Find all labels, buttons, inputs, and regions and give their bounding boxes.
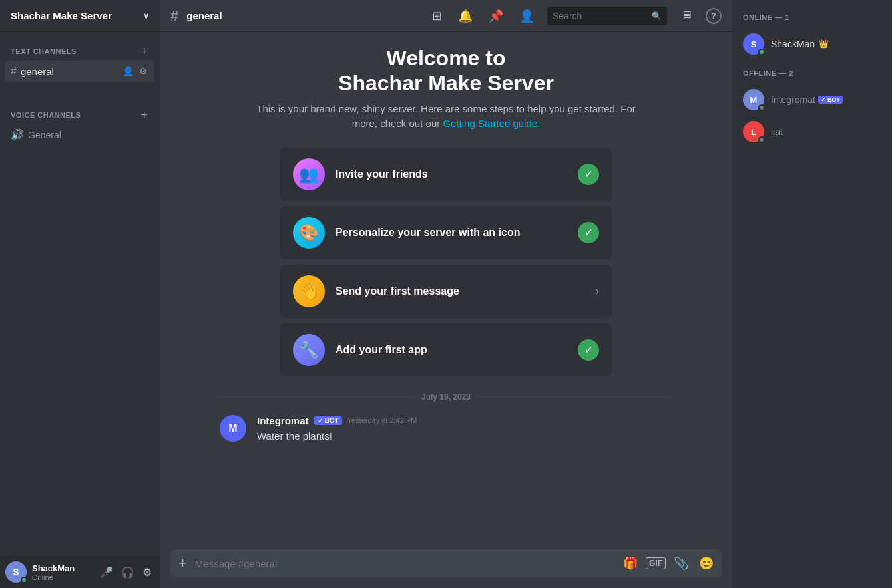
- server-header[interactable]: Shachar Make Server ∨: [0, 0, 160, 32]
- voice-channels-header[interactable]: VOICE CHANNELS +: [5, 106, 154, 124]
- voice-channels-section: VOICE CHANNELS + 🔊 General: [0, 96, 160, 148]
- voice-channels-label: VOICE CHANNELS: [11, 111, 81, 119]
- member-item-shackman[interactable]: S ShackMan 👑: [738, 29, 887, 59]
- invite-check-icon: ✓: [578, 164, 599, 185]
- messages-area: July 19, 2023 M Integromat ✓ BOT Yesterd…: [220, 392, 672, 452]
- member-name-area-integromat: Integromat ✓ BOT: [771, 94, 843, 105]
- gif-button[interactable]: GIF: [646, 557, 666, 569]
- top-bar-actions: ⊞ 🔔 📌 👤 Search 🔍 🖥 ?: [429, 6, 722, 26]
- voice-channel-general[interactable]: 🔊 General: [5, 124, 154, 145]
- server-name: Shachar Make Server: [11, 10, 112, 21]
- welcome-description: This is your brand new, shiny server. He…: [246, 102, 646, 132]
- gift-button[interactable]: 🎁: [620, 553, 640, 573]
- checklist: 👥 Invite your friends ✓ 🎨 Personalize yo…: [280, 148, 612, 376]
- message-input[interactable]: [195, 550, 615, 577]
- message-avatar: M: [220, 415, 246, 442]
- user-panel: S ShackMan Online 🎤 🎧 ⚙: [0, 556, 160, 588]
- welcome-title: Welcome to Shachar Make Server: [246, 45, 646, 96]
- member-name-area: ShackMan 👑: [771, 39, 829, 49]
- crown-icon: 👑: [819, 39, 829, 49]
- channel-name-general: general: [21, 66, 121, 77]
- message-input-actions: 🎁 GIF 📎 😊: [620, 553, 716, 573]
- online-status-dot: [758, 49, 765, 55]
- message-author: Integromat: [257, 415, 309, 426]
- channel-item-general[interactable]: # general 👤 ⚙: [5, 61, 154, 82]
- welcome-section: Welcome to Shachar Make Server This is y…: [246, 45, 646, 132]
- message-input-area: + 🎁 GIF 📎 😊: [160, 549, 732, 588]
- search-placeholder: Search: [553, 11, 649, 21]
- app-icon: 🔧: [293, 334, 325, 366]
- text-channels-label: TEXT CHANNELS: [11, 47, 77, 55]
- main-content: # general ⊞ 🔔 📌 👤 Search 🔍 🖥 ? Welcome t…: [160, 0, 732, 588]
- checklist-label-invite: Invite your friends: [335, 168, 567, 180]
- user-status-indicator: [21, 577, 27, 583]
- user-avatar: S: [5, 561, 27, 583]
- search-bar[interactable]: Search 🔍: [547, 7, 667, 25]
- personalize-icon: 🎨: [293, 217, 325, 249]
- message-arrow-icon: ›: [595, 284, 599, 298]
- pin-button[interactable]: 📌: [486, 6, 506, 26]
- add-attachment-button[interactable]: +: [176, 549, 190, 577]
- date-divider: July 19, 2023: [220, 392, 672, 402]
- member-avatar-integromat: M: [743, 89, 764, 110]
- text-channels-header[interactable]: TEXT CHANNELS +: [5, 43, 154, 60]
- members-button[interactable]: 👤: [517, 6, 537, 26]
- add-text-channel-button[interactable]: +: [139, 45, 149, 57]
- personalize-check-icon: ✓: [578, 222, 599, 243]
- message-item: M Integromat ✓ BOT Yesterday at 2:42 PM …: [220, 412, 672, 447]
- add-member-icon[interactable]: 👤: [121, 65, 135, 78]
- headset-button[interactable]: 🎧: [118, 563, 137, 581]
- invite-icon: 👥: [293, 158, 325, 190]
- voice-channel-name: General: [28, 130, 61, 140]
- emoji-button[interactable]: 😊: [696, 553, 716, 573]
- chat-area: Welcome to Shachar Make Server This is y…: [160, 32, 732, 549]
- add-voice-channel-button[interactable]: +: [139, 109, 149, 121]
- message-text: Water the plants!: [257, 429, 672, 444]
- checklist-item-message[interactable]: 👋 Send your first message ›: [280, 265, 612, 318]
- user-panel-actions: 🎤 🎧 ⚙: [97, 563, 154, 581]
- sticker-button[interactable]: 📎: [671, 553, 691, 573]
- monitor-button[interactable]: 🖥: [678, 6, 695, 25]
- speaker-icon: 🔊: [11, 128, 24, 141]
- right-sidebar: ONLINE — 1 S ShackMan 👑 OFFLINE — 2 M In…: [732, 0, 892, 588]
- member-name-integromat: Integromat: [771, 94, 815, 105]
- member-avatar-liat: L: [743, 121, 764, 142]
- top-bar: # general ⊞ 🔔 📌 👤 Search 🔍 🖥 ?: [160, 0, 732, 32]
- notification-button[interactable]: 🔔: [455, 6, 475, 26]
- member-name-liat: liat: [771, 126, 783, 137]
- channel-hash-icon: #: [170, 7, 178, 25]
- hash-channels-button[interactable]: ⊞: [429, 6, 445, 26]
- checklist-item-invite[interactable]: 👥 Invite your friends ✓: [280, 148, 612, 201]
- user-name: ShackMan: [32, 563, 92, 573]
- settings-button[interactable]: ⚙: [140, 563, 154, 581]
- message-header: Integromat ✓ BOT Yesterday at 2:42 PM: [257, 415, 672, 426]
- text-channels-section: TEXT CHANNELS + # general 👤 ⚙: [0, 32, 160, 85]
- search-icon: 🔍: [652, 11, 662, 21]
- member-item-integromat[interactable]: M Integromat ✓ BOT: [738, 85, 887, 114]
- message-content: Integromat ✓ BOT Yesterday at 2:42 PM Wa…: [257, 415, 672, 444]
- member-avatar-shackman: S: [743, 33, 764, 55]
- settings-icon[interactable]: ⚙: [138, 65, 149, 78]
- member-item-liat[interactable]: L liat: [738, 117, 887, 146]
- getting-started-link[interactable]: Getting Started guide: [443, 118, 537, 129]
- message-icon: 👋: [293, 275, 325, 307]
- help-button[interactable]: ?: [706, 8, 722, 24]
- checklist-label-app: Add your first app: [335, 344, 567, 356]
- hash-icon: #: [11, 65, 17, 77]
- channel-title: general: [186, 10, 222, 21]
- checklist-item-personalize[interactable]: 🎨 Personalize your server with an icon ✓: [280, 206, 612, 259]
- message-timestamp: Yesterday at 2:42 PM: [347, 416, 417, 424]
- liat-offline-dot: [758, 136, 765, 143]
- sidebar: Shachar Make Server ∨ TEXT CHANNELS + # …: [0, 0, 160, 588]
- message-input-container: + 🎁 GIF 📎 😊: [170, 549, 722, 577]
- checklist-item-app[interactable]: 🔧 Add your first app ✓: [280, 323, 612, 376]
- app-check-icon: ✓: [578, 339, 599, 361]
- mic-button[interactable]: 🎤: [97, 563, 116, 581]
- user-status: Online: [32, 573, 92, 581]
- channel-actions: 👤 ⚙: [121, 65, 149, 78]
- checklist-label-message: Send your first message: [335, 285, 584, 297]
- online-members-header: ONLINE — 1: [738, 11, 887, 24]
- offline-members-header: OFFLINE — 2: [738, 67, 887, 80]
- offline-status-dot: [758, 104, 765, 111]
- user-info: ShackMan Online: [32, 563, 92, 581]
